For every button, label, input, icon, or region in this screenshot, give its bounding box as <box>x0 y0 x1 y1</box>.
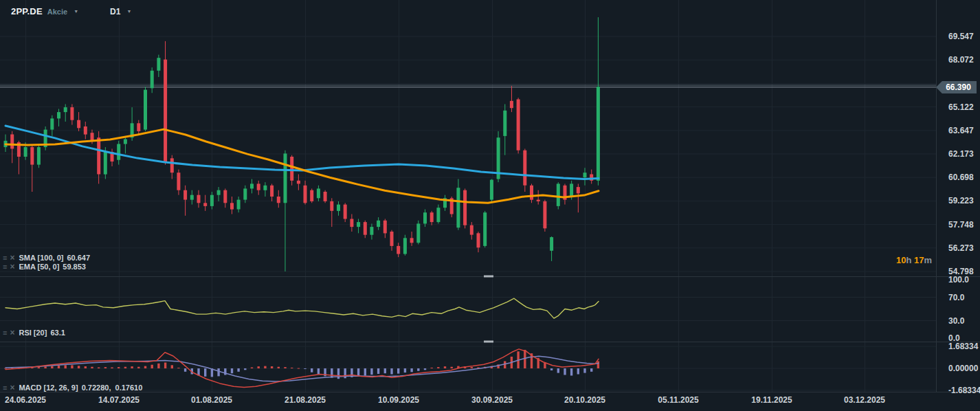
indicator-settings-icon[interactable]: ≡ <box>3 384 7 392</box>
time-axis-label: 03.12.2025 <box>844 395 885 405</box>
instrument-type-label: Akcie <box>47 8 67 16</box>
last-price-tag: 66.390 <box>936 81 977 93</box>
rsi-axis-label: 70.0 <box>948 293 964 302</box>
time-axis-label: 21.08.2025 <box>285 395 326 405</box>
symbol-dropdown-caret-icon[interactable]: ▼ <box>74 9 78 14</box>
time-axis-label: 01.08.2025 <box>191 395 232 405</box>
time-axis-label: 20.10.2025 <box>564 395 605 405</box>
timeframe-selector[interactable]: D1 <box>110 7 120 16</box>
rsi-axis-label: 30.0 <box>948 316 964 326</box>
indicator-settings-icon[interactable]: ≡ <box>3 263 7 271</box>
indicator-settings-icon[interactable]: ≡ <box>3 254 7 262</box>
time-axis-label: 14.07.2025 <box>98 395 140 405</box>
macd-axis-label: -1.68334 <box>948 386 980 395</box>
sma-value: 60.647 <box>67 254 90 262</box>
candle-countdown: 10h 17m <box>896 255 932 265</box>
price-axis-label: 65.122 <box>948 102 974 112</box>
time-axis-label: 24.06.2025 <box>5 395 46 405</box>
chart-window: 2PP.DE Akcie ▼ D1 ▼ ≡ × SMA [100, 0] 60.… <box>0 0 980 411</box>
price-axis-label: 62.173 <box>948 149 974 159</box>
time-axis-label: 30.09.2025 <box>471 395 513 405</box>
indicator-row-macd: ≡ × MACD [12, 26, 9] 0.72280, 0.17610 <box>3 383 142 392</box>
price-chart-canvas[interactable] <box>0 0 980 411</box>
time-axis-label: 10.09.2025 <box>378 395 419 405</box>
indicator-remove-icon[interactable]: × <box>10 328 14 337</box>
indicator-row-sma: ≡ × SMA [100, 0] 60.647 <box>3 253 90 263</box>
indicator-settings-icon[interactable]: ≡ <box>3 329 7 337</box>
indicator-remove-icon[interactable]: × <box>10 383 14 392</box>
rsi-label: RSI [20] <box>19 329 47 337</box>
rsi-value: 63.1 <box>50 329 65 337</box>
time-axis-label: 19.11.2025 <box>751 395 792 405</box>
price-axis-label: 56.273 <box>948 243 974 253</box>
price-axis-label: 63.647 <box>948 126 974 135</box>
price-axis-label: 68.072 <box>948 55 974 65</box>
last-price-value: 66.390 <box>946 82 971 92</box>
price-axis-label: 60.698 <box>948 173 974 182</box>
price-axis-label: 57.748 <box>948 220 974 230</box>
macd-value: 0.72280, 0.17610 <box>82 384 143 392</box>
macd-axis-label: 1.68334 <box>948 342 978 351</box>
symbol-name[interactable]: 2PP.DE <box>11 6 43 16</box>
indicator-row-rsi: ≡ × RSI [20] 63.1 <box>3 328 65 337</box>
indicator-row-ema: ≡ × EMA [50, 0] 59.853 <box>3 262 86 271</box>
ema-label: EMA [50, 0] <box>19 263 59 271</box>
indicator-remove-icon[interactable]: × <box>10 253 14 263</box>
timeframe-dropdown-caret-icon[interactable]: ▼ <box>126 9 131 14</box>
indicator-remove-icon[interactable]: × <box>10 262 14 271</box>
symbol-header: 2PP.DE Akcie ▼ D1 ▼ <box>11 6 131 16</box>
price-axis-label: 59.223 <box>948 196 974 206</box>
sma-label: SMA [100, 0] <box>19 254 63 262</box>
price-axis-label: 69.547 <box>948 32 974 41</box>
rsi-axis-label: 100.0 <box>948 275 969 285</box>
ema-value: 59.853 <box>63 263 86 271</box>
time-axis-label: 05.11.2025 <box>658 395 698 405</box>
macd-label: MACD [12, 26, 9] <box>19 384 78 392</box>
macd-axis-label: 0.00000 <box>948 364 978 373</box>
